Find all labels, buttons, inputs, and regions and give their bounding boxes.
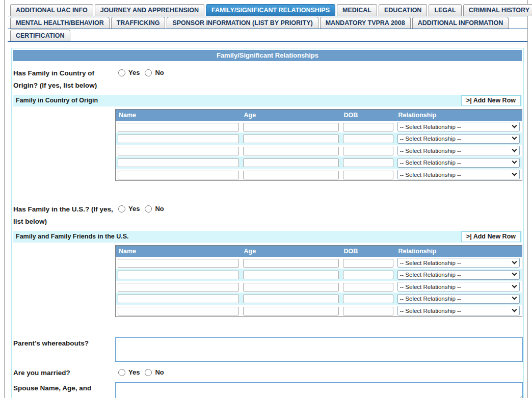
table-row: -- Select Relationship -- (116, 156, 522, 169)
tab-additional-uac-info[interactable]: ADDITIONAL UAC INFO (10, 4, 93, 16)
family-origin-no-radio[interactable] (145, 69, 152, 76)
table-row: -- Select Relationship -- (116, 281, 522, 293)
table-row: -- Select Relationship -- (116, 293, 522, 305)
column-header-name: Name (116, 246, 241, 257)
age-input[interactable] (243, 147, 339, 155)
tab-mandatory-tvpra-2008[interactable]: MANDATORY TVPRA 2008 (320, 17, 411, 29)
tab-family-significant-relationships[interactable]: FAMILY/SIGNIFICANT RELATIONSHIPS (206, 4, 335, 16)
married-yes-radio[interactable] (118, 369, 125, 376)
tab-medical[interactable]: MEDICAL (337, 4, 377, 16)
relationship-select[interactable]: -- Select Relationship -- (397, 306, 520, 315)
question-married: Are you married? Yes No (13, 367, 522, 379)
table-row: -- Select Relationship -- (116, 145, 522, 157)
tab-education[interactable]: EDUCATION (379, 4, 427, 16)
section-family-us: Family and Family Friends in the U.S. >|… (13, 231, 522, 243)
age-input[interactable] (243, 259, 339, 268)
parents-whereabouts-textarea[interactable] (115, 337, 523, 362)
name-input[interactable] (118, 123, 239, 131)
family-us-yes-radio[interactable] (118, 205, 125, 213)
tab-trafficking[interactable]: TRAFFICKING (111, 17, 166, 29)
family-origin-yes-radio[interactable] (118, 69, 125, 76)
tab-additional-information[interactable]: ADDITIONAL INFORMATION (412, 17, 509, 29)
dob-input[interactable] (343, 123, 393, 131)
dob-input[interactable] (343, 158, 393, 167)
tab-row-1: ADDITIONAL UAC INFO JOURNEY AND APPREHEN… (8, 4, 527, 16)
column-header-age: Age (241, 110, 341, 121)
relationship-select[interactable]: -- Select Relationship -- (397, 134, 520, 144)
married-radio-group: Yes No (115, 367, 164, 376)
relationship-select[interactable]: -- Select Relationship -- (397, 258, 520, 268)
table-header-row: Name Age DOB Relationship (116, 110, 522, 121)
family-us-radio-group: Yes No (115, 203, 164, 213)
dob-input[interactable] (343, 295, 393, 303)
name-input[interactable] (118, 259, 239, 268)
question-family-origin: Has Family in Country of Origin? (If yes… (13, 67, 522, 92)
name-input[interactable] (118, 135, 239, 143)
question-family-us: Has Family in the U.S.? (If yes, list be… (13, 203, 522, 228)
family-relationships-panel: Family/Significant Relationships Has Fam… (11, 48, 524, 398)
age-input[interactable] (243, 158, 339, 167)
dob-input[interactable] (343, 171, 393, 179)
dob-input[interactable] (343, 259, 393, 268)
name-input[interactable] (118, 171, 239, 179)
column-header-relationship: Relationship (395, 246, 522, 257)
dob-input[interactable] (343, 283, 393, 291)
name-input[interactable] (118, 295, 239, 303)
name-input[interactable] (118, 158, 239, 167)
column-header-relationship: Relationship (395, 110, 522, 121)
name-input[interactable] (118, 307, 239, 315)
relationship-select[interactable]: -- Select Relationship -- (397, 270, 520, 280)
table-row: -- Select Relationship -- (116, 132, 522, 145)
age-input[interactable] (243, 295, 339, 303)
age-input[interactable] (243, 123, 339, 131)
table-header-row: Name Age DOB Relationship (116, 246, 522, 257)
relationship-select[interactable]: -- Select Relationship -- (397, 158, 520, 168)
table-row: -- Select Relationship -- (116, 269, 522, 281)
relationship-select[interactable]: -- Select Relationship -- (397, 122, 520, 131)
family-us-table: Name Age DOB Relationship -- Select Rela… (115, 245, 522, 317)
age-input[interactable] (243, 283, 339, 291)
name-input[interactable] (118, 147, 239, 155)
relationship-select[interactable]: -- Select Relationship -- (397, 294, 520, 304)
tab-criminal-history[interactable]: CRIMINAL HISTORY (463, 4, 532, 16)
page-frame: ADDITIONAL UAC INFO JOURNEY AND APPREHEN… (4, 0, 528, 398)
section-family-origin: Family in Country of Origin >| Add New R… (13, 95, 522, 107)
no-label: No (155, 69, 164, 76)
question-spouse: Spouse Name, Age, and Location: (13, 382, 522, 398)
tab-certification[interactable]: CERTIFICATION (10, 30, 70, 41)
dob-input[interactable] (343, 135, 393, 143)
section-family-origin-label: Family in Country of Origin (16, 97, 98, 104)
question-family-origin-label: Has Family in Country of Origin? (If yes… (13, 67, 115, 92)
relationship-select[interactable]: -- Select Relationship -- (397, 146, 520, 155)
age-input[interactable] (243, 171, 339, 179)
question-parents-whereabouts: Parent’s whereabouts? (13, 337, 522, 362)
name-input[interactable] (118, 283, 239, 291)
age-input[interactable] (243, 135, 339, 143)
panel-title: Family/Significant Relationships (13, 50, 522, 61)
add-new-row-button-us[interactable]: >| Add New Row (461, 231, 521, 242)
table-row: -- Select Relationship -- (116, 257, 522, 269)
yes-label: Yes (128, 205, 140, 213)
table-row: -- Select Relationship -- (116, 121, 522, 133)
dob-input[interactable] (343, 147, 393, 155)
tab-mental-health-behavior[interactable]: MENTAL HEALTH/BEHAVIOR (10, 17, 110, 29)
section-family-us-label: Family and Family Friends in the U.S. (16, 233, 129, 240)
name-input[interactable] (118, 271, 239, 279)
tab-legal[interactable]: LEGAL (429, 4, 461, 16)
spouse-label: Spouse Name, Age, and Location: (13, 382, 115, 398)
tab-sponsor-information[interactable]: SPONSOR INFORMATION (LIST BY PRIORITY) (167, 17, 318, 29)
dob-input[interactable] (343, 307, 393, 315)
married-no-radio[interactable] (145, 369, 152, 376)
relationship-select[interactable]: -- Select Relationship -- (397, 170, 520, 179)
age-input[interactable] (243, 271, 339, 279)
dob-input[interactable] (343, 271, 393, 279)
tab-journey-and-apprehension[interactable]: JOURNEY AND APPREHENSION (95, 4, 204, 16)
spouse-textarea[interactable] (115, 382, 523, 398)
yes-label: Yes (128, 69, 140, 76)
age-input[interactable] (243, 307, 339, 315)
add-new-row-button-origin[interactable]: >| Add New Row (461, 95, 521, 106)
table-row: -- Select Relationship -- (116, 305, 522, 317)
relationship-select[interactable]: -- Select Relationship -- (397, 282, 520, 291)
married-label: Are you married? (13, 367, 115, 379)
family-us-no-radio[interactable] (145, 205, 152, 213)
